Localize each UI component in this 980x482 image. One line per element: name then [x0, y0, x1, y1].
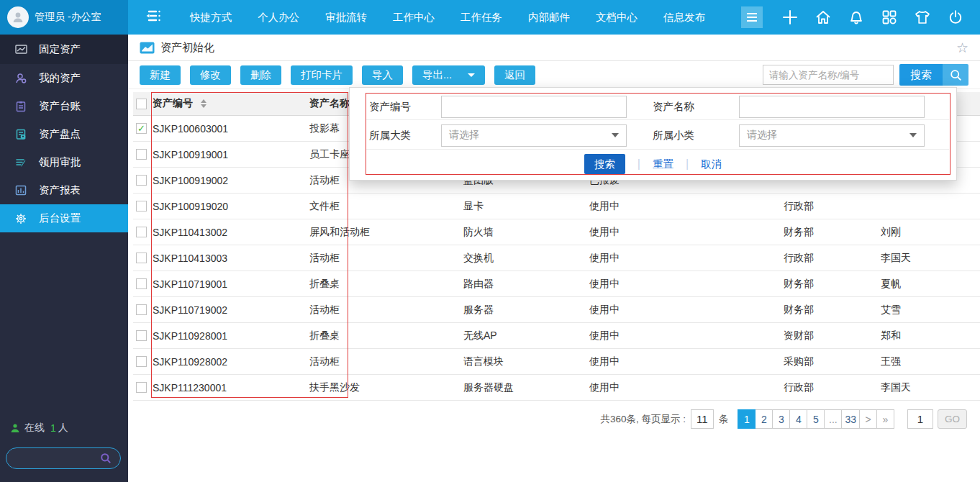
table-row[interactable]: SJKP110413003 活动柜 交换机 使用中 行政部 李国天: [133, 245, 980, 271]
page-number[interactable]: 5: [807, 409, 825, 429]
asset-ledger-icon: [14, 101, 27, 112]
table-row[interactable]: SJKP100919020 文件柜 显卡 使用中 行政部: [133, 194, 980, 219]
page-size-input[interactable]: [691, 409, 714, 429]
page-title-icon: [140, 42, 155, 54]
main-content: 资产初始化 ☆ 新建 修改 删除 打印卡片 导入 导出... 返回 搜索 资产编…: [128, 35, 980, 482]
table-row[interactable]: SJKP110413002 屏风和活动柜 防火墙 使用中 财务部 刘刚: [133, 219, 980, 245]
export-dropdown-button[interactable]: 导出...: [412, 65, 485, 85]
popup-row-2: 所属大类 请选择 所属小类 请选择: [369, 122, 948, 148]
menu-item-work-center[interactable]: 工作中心: [380, 0, 448, 35]
online-person-icon: [10, 423, 20, 433]
row-checkbox[interactable]: [136, 149, 147, 160]
sidebar-item-asset-inventory[interactable]: 资产盘点: [0, 120, 128, 148]
row-checkbox[interactable]: [136, 253, 147, 263]
asset-user-cell: 郑和: [881, 329, 980, 342]
magnifier-button[interactable]: [943, 64, 968, 86]
menu-item-internal-mail[interactable]: 内部邮件: [515, 0, 583, 35]
row-checkbox[interactable]: [136, 227, 147, 237]
sidebar-item-requisition-approval[interactable]: 领用审批: [0, 148, 128, 176]
avatar: [7, 6, 29, 28]
goto-page-input[interactable]: [907, 409, 933, 429]
sidebar-item-asset-ledger[interactable]: 资产台账: [0, 92, 128, 120]
menu-item-info-publish[interactable]: 信息发布: [650, 0, 718, 35]
asset-status-cell: 使用中: [589, 355, 784, 368]
menu-item-document-center[interactable]: 文档中心: [583, 0, 650, 35]
hamburger-icon[interactable]: [741, 6, 763, 28]
next-page-icon[interactable]: >: [859, 409, 877, 429]
sidebar-item-asset-reports[interactable]: 资产报表: [0, 176, 128, 204]
sidebar-item-my-assets[interactable]: 我的资产: [0, 64, 128, 92]
favorite-star-icon[interactable]: ☆: [956, 40, 968, 56]
table-row[interactable]: SJKP110719002 活动柜 服务器 使用中 财务部 艾雪: [133, 297, 980, 323]
minor-category-select[interactable]: 请选择: [739, 124, 925, 147]
select-all-checkbox[interactable]: [136, 99, 147, 109]
sidebar-item-label: 资产盘点: [39, 127, 81, 141]
theme-shirt-icon[interactable]: [914, 9, 931, 26]
sidebar-search-input[interactable]: [6, 447, 121, 469]
popup-divider: [366, 119, 949, 120]
page-number-current[interactable]: 1: [738, 409, 756, 429]
menu-item-work-tasks[interactable]: 工作任务: [448, 0, 515, 35]
asset-name-label: 资产名称: [653, 100, 739, 114]
sidebar-item-backend-settings[interactable]: 后台设置: [0, 204, 128, 232]
print-card-button[interactable]: 打印卡片: [291, 65, 353, 85]
table-row[interactable]: SJKP110928002 活动柜 语言模块 使用中 采购部 王强: [133, 349, 980, 375]
page-number[interactable]: 2: [755, 409, 773, 429]
row-checkbox[interactable]: [136, 356, 147, 367]
import-button[interactable]: 导入: [362, 65, 403, 85]
new-button[interactable]: 新建: [140, 65, 181, 85]
page-number[interactable]: 4: [789, 409, 807, 429]
table-row[interactable]: SJKP111230001 扶手黑沙发 服务器硬盘 使用中 行政部 李国天: [133, 375, 980, 401]
collapse-menu-icon[interactable]: [144, 8, 163, 27]
asset-code-cell: SJKP110719002: [153, 304, 309, 316]
popup-reset-link[interactable]: 重置: [653, 158, 673, 171]
asset-name-input[interactable]: [739, 96, 925, 118]
menu-item-shortcuts[interactable]: 快捷方式: [177, 0, 245, 35]
asset-model-cell: 显卡: [463, 200, 589, 213]
user-block[interactable]: 管理员 -办公室: [0, 0, 128, 35]
go-button[interactable]: GO: [938, 409, 967, 429]
asset-name-cell: 活动柜: [309, 252, 463, 265]
page-ellipsis: ...: [824, 409, 842, 429]
page-number-last[interactable]: 33: [841, 409, 860, 429]
table-row[interactable]: SJKP110719001 折叠桌 路由器 使用中 财务部 夏帆: [133, 271, 980, 297]
asset-model-cell: 服务器硬盘: [463, 381, 589, 394]
title-bar: 资产初始化 ☆: [128, 35, 980, 61]
sidebar-item-label: 领用审批: [39, 155, 81, 169]
asset-user-cell: 王强: [881, 355, 980, 368]
quick-search-button[interactable]: 搜索: [899, 64, 943, 86]
page-number[interactable]: 3: [772, 409, 790, 429]
menu-item-personal-office[interactable]: 个人办公: [245, 0, 312, 35]
apps-icon[interactable]: [881, 9, 898, 26]
sidebar-item-fixed-assets[interactable]: 固定资产: [0, 35, 128, 64]
popup-cancel-link[interactable]: 取消: [701, 158, 722, 171]
row-checkbox[interactable]: [136, 201, 147, 212]
row-checkbox[interactable]: ✓: [136, 123, 147, 134]
delete-button[interactable]: 删除: [240, 65, 281, 85]
asset-dept-cell: 财务部: [784, 278, 881, 291]
asset-user-cell: 艾雪: [881, 304, 980, 317]
home-icon[interactable]: [815, 9, 832, 26]
row-checkbox[interactable]: [136, 175, 147, 186]
row-checkbox[interactable]: [136, 330, 147, 341]
row-checkbox[interactable]: [136, 304, 147, 315]
popup-row-1: 资产编号 资产名称: [369, 94, 948, 119]
sidebar-item-label: 我的资产: [39, 71, 81, 85]
last-page-icon[interactable]: »: [876, 409, 894, 429]
sidebar-item-label: 后台设置: [39, 212, 81, 225]
menu-item-approval-flow[interactable]: 审批流转: [312, 0, 380, 35]
major-category-select[interactable]: 请选择: [441, 124, 627, 147]
row-checkbox[interactable]: [136, 382, 147, 393]
asset-code-cell: SJKP111230001: [153, 382, 309, 394]
back-button[interactable]: 返回: [494, 65, 535, 85]
quick-search-input[interactable]: [763, 65, 894, 85]
asset-code-input[interactable]: [441, 96, 627, 118]
popup-search-button[interactable]: 搜索: [584, 154, 625, 174]
row-checkbox[interactable]: [136, 278, 147, 289]
edit-button[interactable]: 修改: [190, 65, 231, 85]
plus-icon[interactable]: [781, 9, 799, 26]
header-asset-code[interactable]: 资产编号: [153, 97, 309, 110]
power-icon[interactable]: [947, 9, 964, 26]
table-row[interactable]: SJKP110928001 折叠桌 无线AP 使用中 资财部 郑和: [133, 323, 980, 349]
bell-icon[interactable]: [848, 9, 865, 26]
